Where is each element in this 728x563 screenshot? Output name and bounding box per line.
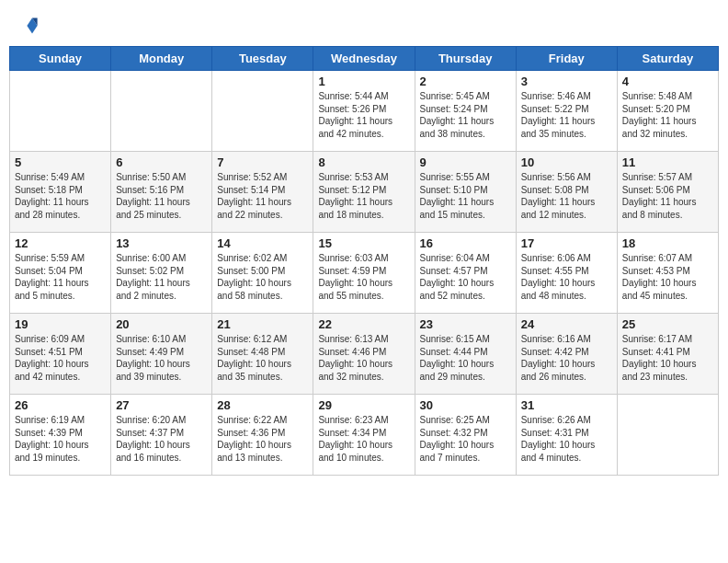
logo-icon	[13, 13, 39, 39]
calendar-cell	[111, 71, 212, 152]
cell-info: Sunrise: 6:16 AM Sunset: 4:42 PM Dayligh…	[521, 333, 612, 383]
calendar-cell: 13Sunrise: 6:00 AM Sunset: 5:02 PM Dayli…	[111, 233, 212, 314]
cell-info: Sunrise: 5:45 AM Sunset: 5:24 PM Dayligh…	[420, 90, 511, 140]
calendar-cell: 19Sunrise: 6:09 AM Sunset: 4:51 PM Dayli…	[10, 314, 111, 395]
day-number: 19	[15, 317, 106, 331]
cell-info: Sunrise: 6:25 AM Sunset: 4:32 PM Dayligh…	[420, 414, 511, 464]
day-header-tuesday: Tuesday	[212, 47, 313, 71]
day-number: 31	[521, 398, 612, 412]
day-number: 27	[116, 398, 207, 412]
day-header-sunday: Sunday	[10, 47, 111, 71]
cell-info: Sunrise: 5:59 AM Sunset: 5:04 PM Dayligh…	[15, 252, 106, 302]
calendar-cell: 31Sunrise: 6:26 AM Sunset: 4:31 PM Dayli…	[516, 395, 617, 476]
day-number: 26	[15, 398, 106, 412]
calendar-week-row: 1Sunrise: 5:44 AM Sunset: 5:26 PM Daylig…	[10, 71, 719, 152]
calendar-cell: 7Sunrise: 5:52 AM Sunset: 5:14 PM Daylig…	[212, 152, 313, 233]
day-number: 1	[318, 75, 409, 88]
calendar-cell: 27Sunrise: 6:20 AM Sunset: 4:37 PM Dayli…	[111, 395, 212, 476]
calendar-cell	[10, 71, 111, 152]
calendar-cell: 12Sunrise: 5:59 AM Sunset: 5:04 PM Dayli…	[10, 233, 111, 314]
calendar-cell: 4Sunrise: 5:48 AM Sunset: 5:20 PM Daylig…	[617, 71, 718, 152]
cell-info: Sunrise: 6:04 AM Sunset: 4:57 PM Dayligh…	[420, 252, 511, 302]
calendar-cell	[617, 395, 718, 476]
day-number: 22	[318, 317, 409, 331]
day-number: 17	[521, 236, 612, 250]
day-header-saturday: Saturday	[617, 47, 718, 71]
calendar-cell: 14Sunrise: 6:02 AM Sunset: 5:00 PM Dayli…	[212, 233, 313, 314]
calendar-week-row: 19Sunrise: 6:09 AM Sunset: 4:51 PM Dayli…	[10, 314, 719, 395]
cell-info: Sunrise: 5:55 AM Sunset: 5:10 PM Dayligh…	[420, 171, 511, 221]
day-number: 5	[15, 155, 106, 169]
calendar-table: SundayMondayTuesdayWednesdayThursdayFrid…	[9, 46, 719, 476]
day-header-friday: Friday	[516, 47, 617, 71]
day-number: 11	[622, 155, 713, 169]
calendar-cell: 8Sunrise: 5:53 AM Sunset: 5:12 PM Daylig…	[313, 152, 415, 233]
day-number: 21	[217, 317, 308, 331]
day-number: 24	[521, 317, 612, 331]
cell-info: Sunrise: 5:52 AM Sunset: 5:14 PM Dayligh…	[217, 171, 308, 221]
calendar-cell: 26Sunrise: 6:19 AM Sunset: 4:39 PM Dayli…	[10, 395, 111, 476]
cell-info: Sunrise: 6:09 AM Sunset: 4:51 PM Dayligh…	[15, 333, 106, 383]
cell-info: Sunrise: 6:00 AM Sunset: 5:02 PM Dayligh…	[116, 252, 207, 302]
calendar-cell: 3Sunrise: 5:46 AM Sunset: 5:22 PM Daylig…	[516, 71, 617, 152]
day-header-wednesday: Wednesday	[313, 47, 415, 71]
day-number: 16	[420, 236, 511, 250]
calendar-cell: 30Sunrise: 6:25 AM Sunset: 4:32 PM Dayli…	[415, 395, 516, 476]
day-number: 28	[217, 398, 308, 412]
calendar-cell: 29Sunrise: 6:23 AM Sunset: 4:34 PM Dayli…	[313, 395, 415, 476]
cell-info: Sunrise: 6:06 AM Sunset: 4:55 PM Dayligh…	[521, 252, 612, 302]
cell-info: Sunrise: 6:03 AM Sunset: 4:59 PM Dayligh…	[318, 252, 409, 302]
calendar-week-row: 5Sunrise: 5:49 AM Sunset: 5:18 PM Daylig…	[10, 152, 719, 233]
cell-info: Sunrise: 6:12 AM Sunset: 4:48 PM Dayligh…	[217, 333, 308, 383]
cell-info: Sunrise: 6:17 AM Sunset: 4:41 PM Dayligh…	[622, 333, 713, 383]
day-number: 4	[622, 75, 713, 88]
calendar-cell: 1Sunrise: 5:44 AM Sunset: 5:26 PM Daylig…	[313, 71, 415, 152]
calendar-cell: 22Sunrise: 6:13 AM Sunset: 4:46 PM Dayli…	[313, 314, 415, 395]
calendar-cell: 20Sunrise: 6:10 AM Sunset: 4:49 PM Dayli…	[111, 314, 212, 395]
calendar-cell: 16Sunrise: 6:04 AM Sunset: 4:57 PM Dayli…	[415, 233, 516, 314]
cell-info: Sunrise: 5:44 AM Sunset: 5:26 PM Dayligh…	[318, 90, 409, 140]
cell-info: Sunrise: 6:07 AM Sunset: 4:53 PM Dayligh…	[622, 252, 713, 302]
cell-info: Sunrise: 5:53 AM Sunset: 5:12 PM Dayligh…	[318, 171, 409, 221]
cell-info: Sunrise: 5:46 AM Sunset: 5:22 PM Dayligh…	[521, 90, 612, 140]
calendar-cell: 11Sunrise: 5:57 AM Sunset: 5:06 PM Dayli…	[617, 152, 718, 233]
calendar-cell: 18Sunrise: 6:07 AM Sunset: 4:53 PM Dayli…	[617, 233, 718, 314]
calendar-cell: 5Sunrise: 5:49 AM Sunset: 5:18 PM Daylig…	[10, 152, 111, 233]
day-number: 8	[318, 155, 409, 169]
cell-info: Sunrise: 6:22 AM Sunset: 4:36 PM Dayligh…	[217, 414, 308, 464]
calendar-week-row: 12Sunrise: 5:59 AM Sunset: 5:04 PM Dayli…	[10, 233, 719, 314]
day-number: 23	[420, 317, 511, 331]
page-header	[9, 9, 719, 39]
logo	[13, 13, 40, 39]
day-number: 2	[420, 75, 511, 88]
calendar-cell: 2Sunrise: 5:45 AM Sunset: 5:24 PM Daylig…	[415, 71, 516, 152]
day-number: 20	[116, 317, 207, 331]
calendar-header-row: SundayMondayTuesdayWednesdayThursdayFrid…	[10, 47, 719, 71]
day-number: 3	[521, 75, 612, 88]
cell-info: Sunrise: 6:23 AM Sunset: 4:34 PM Dayligh…	[318, 414, 409, 464]
calendar-cell: 10Sunrise: 5:56 AM Sunset: 5:08 PM Dayli…	[516, 152, 617, 233]
day-number: 29	[318, 398, 409, 412]
calendar-cell: 9Sunrise: 5:55 AM Sunset: 5:10 PM Daylig…	[415, 152, 516, 233]
calendar-cell	[212, 71, 313, 152]
calendar-cell: 23Sunrise: 6:15 AM Sunset: 4:44 PM Dayli…	[415, 314, 516, 395]
cell-info: Sunrise: 5:48 AM Sunset: 5:20 PM Dayligh…	[622, 90, 713, 140]
calendar-cell: 28Sunrise: 6:22 AM Sunset: 4:36 PM Dayli…	[212, 395, 313, 476]
cell-info: Sunrise: 6:19 AM Sunset: 4:39 PM Dayligh…	[15, 414, 106, 464]
cell-info: Sunrise: 5:49 AM Sunset: 5:18 PM Dayligh…	[15, 171, 106, 221]
day-number: 13	[116, 236, 207, 250]
day-number: 7	[217, 155, 308, 169]
day-number: 6	[116, 155, 207, 169]
cell-info: Sunrise: 6:20 AM Sunset: 4:37 PM Dayligh…	[116, 414, 207, 464]
cell-info: Sunrise: 6:10 AM Sunset: 4:49 PM Dayligh…	[116, 333, 207, 383]
cell-info: Sunrise: 5:50 AM Sunset: 5:16 PM Dayligh…	[116, 171, 207, 221]
day-number: 25	[622, 317, 713, 331]
calendar-cell: 25Sunrise: 6:17 AM Sunset: 4:41 PM Dayli…	[617, 314, 718, 395]
calendar-cell: 21Sunrise: 6:12 AM Sunset: 4:48 PM Dayli…	[212, 314, 313, 395]
calendar-cell: 6Sunrise: 5:50 AM Sunset: 5:16 PM Daylig…	[111, 152, 212, 233]
day-header-monday: Monday	[111, 47, 212, 71]
day-number: 15	[318, 236, 409, 250]
calendar-cell: 17Sunrise: 6:06 AM Sunset: 4:55 PM Dayli…	[516, 233, 617, 314]
calendar-week-row: 26Sunrise: 6:19 AM Sunset: 4:39 PM Dayli…	[10, 395, 719, 476]
day-number: 18	[622, 236, 713, 250]
